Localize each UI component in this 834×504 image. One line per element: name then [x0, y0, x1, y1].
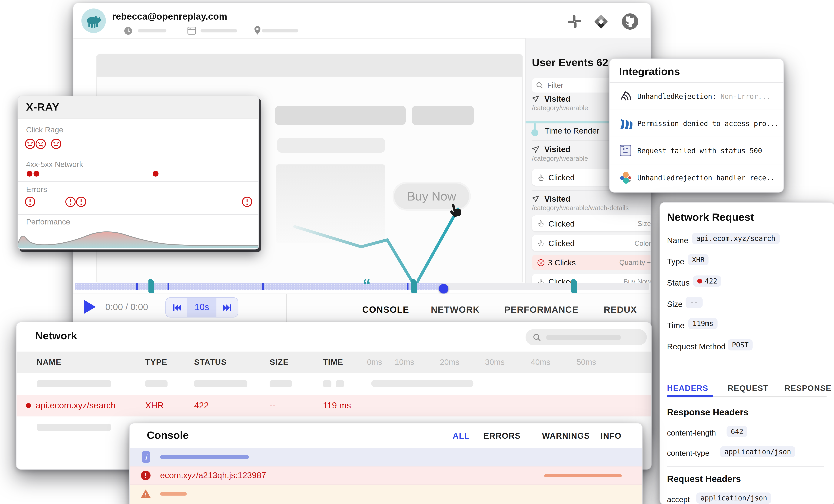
tab-console[interactable]: CONSOLE	[362, 305, 409, 315]
controls-divider	[286, 294, 287, 326]
slack-icon[interactable]	[568, 14, 582, 29]
xray-header: X-RAY	[18, 96, 259, 119]
time-col-0ms: 0ms	[367, 357, 382, 367]
event-visited[interactable]: Visited	[532, 194, 570, 204]
console-tab-info[interactable]: INFO	[600, 431, 621, 441]
skip-forward-button[interactable]	[217, 298, 238, 317]
time-col-50ms: 50ms	[576, 357, 596, 367]
integration-row-elastic[interactable]: Unhandledrejection handler rece..	[610, 164, 784, 192]
jira-icon[interactable]	[593, 14, 609, 30]
integration-row-datadog[interactable]: Request failed with status 500	[610, 137, 784, 164]
rage-face-icon	[50, 138, 62, 149]
event-title: Clicked	[548, 173, 575, 182]
timeline-event-tick[interactable]	[168, 283, 169, 290]
event-path: /category/wearable	[532, 155, 588, 162]
timeline-event-tick[interactable]	[262, 283, 264, 290]
event-clicked-card[interactable]: Clicked Color	[532, 235, 651, 251]
network-row-error[interactable]: api.ecom.xyz/search XHR 422 -- 119 ms	[16, 395, 651, 416]
network-error-dot	[153, 171, 158, 177]
col-status: STATUS	[194, 357, 227, 367]
event-title: Clicked	[548, 219, 575, 228]
browser-icon	[187, 26, 196, 35]
timeline-page-marker[interactable]	[149, 279, 154, 293]
error-status-dot	[26, 403, 31, 408]
integration-text: Permission denied to access pro...	[637, 119, 779, 127]
timeline-page-marker[interactable]	[571, 279, 577, 293]
console-error-text: ecom.xyz/a213qh.js:123987	[160, 470, 266, 480]
integration-row-waves[interactable]: Permission denied to access pro...	[610, 110, 784, 137]
visited-icon	[532, 95, 539, 103]
field-value-text: application/json	[724, 448, 791, 456]
col-time: TIME	[323, 357, 343, 367]
field-value-text: 422	[705, 277, 717, 285]
field-label-size: Size	[667, 299, 682, 308]
time-col-40ms: 40ms	[531, 357, 550, 367]
network-search-field[interactable]	[526, 329, 647, 345]
time-col-10ms: 10ms	[395, 357, 414, 367]
tab-response[interactable]: RESPONSE	[785, 384, 832, 393]
time-display: 0:00 / 0:00	[105, 302, 148, 313]
network-row-skeleton[interactable]	[16, 373, 651, 395]
event-target: Size	[638, 219, 651, 227]
console-row-info[interactable]: i	[130, 448, 642, 466]
timeline-event-tick[interactable]	[136, 283, 138, 290]
skeleton-block	[277, 138, 385, 153]
tab-headers[interactable]: HEADERS	[667, 384, 708, 393]
request-name: api.ecom.xyz/search	[36, 400, 116, 411]
console-error-icon: !	[141, 470, 151, 480]
field-label-name: Name	[667, 236, 688, 245]
avatar	[81, 8, 106, 33]
event-visited[interactable]: Visited	[532, 145, 570, 154]
tab-underline-active	[667, 395, 713, 397]
event-rage-click-card[interactable]: 3 Clicks Quantity +	[532, 255, 651, 270]
field-value-size: --	[685, 297, 702, 308]
tab-performance[interactable]: PERFORMANCE	[504, 305, 578, 315]
play-button[interactable]	[83, 299, 97, 315]
event-clicked-card[interactable]: Clicked Size	[532, 215, 651, 232]
github-icon[interactable]	[621, 13, 639, 30]
cursor-hand-icon	[447, 201, 465, 220]
event-path: /category/wearable	[532, 104, 588, 112]
field-value-time: 119ms	[688, 318, 718, 329]
waterfall-bar	[371, 380, 473, 387]
event-clicked-card[interactable]: Clicked Buy Now	[532, 274, 651, 283]
skip-duration[interactable]: 10s	[187, 298, 216, 317]
xray-window: X-RAY Click Rage 4xx-5xx Network Errors …	[18, 96, 259, 249]
console-tab-all[interactable]: ALL	[453, 431, 469, 441]
skeleton-block	[276, 164, 385, 243]
click-hand-icon	[537, 278, 545, 283]
integration-text: UnhandledRejection: Non-Error...	[637, 92, 770, 100]
network-error-dot	[34, 171, 39, 177]
error-icon	[65, 196, 76, 207]
skip-back-button[interactable]	[166, 298, 187, 317]
integrations-title: Integrations	[619, 65, 680, 78]
xray-section-label: Errors	[26, 185, 47, 194]
user-events-title-label: User Events	[532, 57, 593, 68]
event-time-to-render[interactable]: Time to Render	[545, 126, 599, 135]
time-to-render-dot	[531, 129, 539, 136]
skeleton-bar	[200, 29, 237, 32]
console-row-error[interactable]: ! ecom.xyz/a213qh.js:123987	[130, 466, 642, 485]
tab-redux[interactable]: REDUX	[603, 305, 637, 315]
skeleton-bar	[160, 492, 187, 496]
integration-row-sentry[interactable]: UnhandledRejection: Non-Error...	[610, 83, 784, 110]
skeleton-bar	[336, 380, 344, 387]
divider	[18, 156, 259, 156]
skeleton-block	[275, 106, 406, 125]
skeleton-bar	[37, 424, 111, 431]
timeline-event-tick[interactable]	[407, 283, 409, 290]
skeleton-bar	[262, 29, 299, 32]
console-row-warning[interactable]: !	[130, 485, 642, 504]
event-visited[interactable]: Visited	[532, 94, 570, 104]
timeline-page-marker[interactable]	[411, 279, 417, 293]
col-name: NAME	[37, 357, 62, 367]
field-value-name: api.ecom.xyz/search	[692, 233, 780, 244]
tab-request[interactable]: REQUEST	[728, 384, 768, 393]
timeline-quote-marker[interactable]: “	[363, 278, 371, 292]
search-icon	[536, 82, 543, 89]
playhead[interactable]	[439, 284, 448, 294]
tab-network[interactable]: NETWORK	[431, 305, 480, 315]
console-tab-errors[interactable]: ERRORS	[483, 431, 521, 441]
console-title: Console	[147, 429, 189, 441]
console-tab-warnings[interactable]: WARNINGS	[542, 431, 590, 441]
